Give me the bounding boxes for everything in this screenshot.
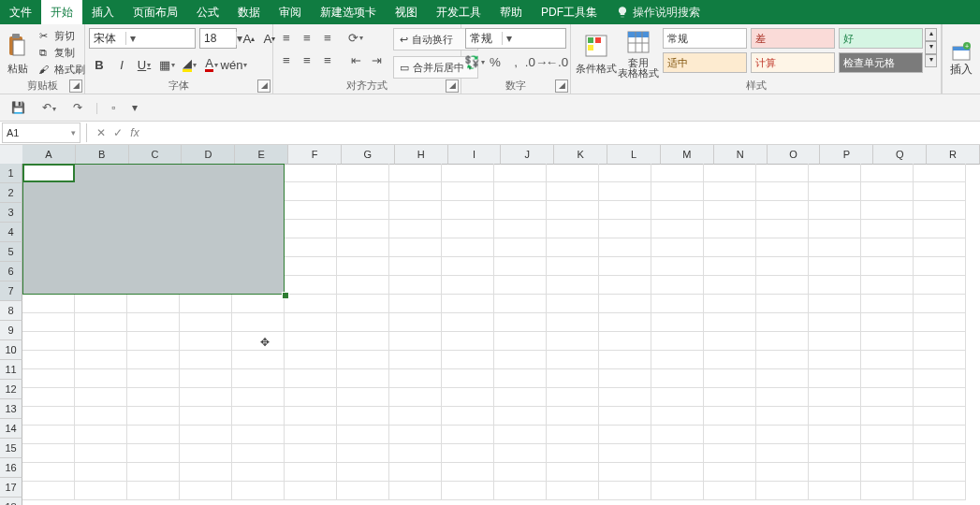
cell[interactable] [232,313,285,332]
cell[interactable] [809,313,861,332]
cell[interactable] [442,463,494,482]
cell[interactable] [756,276,809,295]
cell[interactable] [389,164,442,182]
cell[interactable] [180,444,232,463]
cell[interactable] [861,407,914,426]
cell[interactable] [547,351,599,369]
cell[interactable] [442,313,494,332]
cell[interactable] [547,482,599,500]
cell[interactable] [599,463,651,482]
cell[interactable] [547,257,599,276]
cell[interactable] [494,164,547,182]
cell[interactable] [756,313,809,332]
cell[interactable] [809,407,861,426]
cell[interactable] [389,426,442,444]
align-center-button[interactable]: ≡ [298,50,316,69]
conditional-format-button[interactable]: 条件格式 [575,28,617,79]
number-format-combo[interactable]: 常规 ▾ [465,28,566,49]
italic-button[interactable]: I [111,55,132,74]
cell[interactable] [232,407,285,426]
cell[interactable] [75,351,127,369]
cell[interactable] [704,276,756,295]
cell[interactable] [127,444,180,463]
cell[interactable] [599,332,651,351]
cell[interactable] [809,463,861,482]
cell[interactable] [442,182,494,201]
cell[interactable] [599,426,651,444]
cell[interactable] [861,351,914,369]
cell[interactable] [914,332,966,351]
align-middle-button[interactable]: ≡ [298,28,316,47]
cut-button[interactable]: ✂ 剪切 [36,28,85,43]
cell[interactable] [494,444,547,463]
cell[interactable] [75,482,127,500]
decrease-decimal-button[interactable]: ←.0 [548,52,566,71]
cell[interactable] [442,482,494,500]
cell[interactable] [494,276,547,295]
cell[interactable] [547,388,599,407]
cell[interactable] [442,332,494,351]
cell[interactable] [285,482,337,500]
cell[interactable] [547,426,599,444]
cell[interactable] [756,201,809,220]
row-header-7[interactable]: 7 [0,281,22,301]
cell[interactable] [442,407,494,426]
cell[interactable] [389,388,442,407]
cell[interactable] [127,463,180,482]
cell[interactable] [809,295,861,313]
cell[interactable] [756,182,809,201]
cell[interactable] [337,332,389,351]
cell[interactable] [75,313,127,332]
cell[interactable] [756,295,809,313]
cell[interactable] [547,201,599,220]
cell[interactable] [337,220,389,238]
cell[interactable] [756,388,809,407]
cell[interactable] [127,295,180,313]
row-header-4[interactable]: 4 [0,223,22,242]
cell[interactable] [285,276,337,295]
cell[interactable] [494,463,547,482]
cell[interactable] [914,444,966,463]
column-header-H[interactable]: H [395,145,448,165]
cell[interactable] [704,164,756,182]
style-normal[interactable]: 常规 [663,28,747,49]
cell[interactable] [389,182,442,201]
cell[interactable] [337,201,389,220]
align-top-button[interactable]: ≡ [277,28,296,47]
insert-function-button[interactable]: fx [126,126,143,139]
cell[interactable] [914,388,966,407]
cell[interactable] [442,295,494,313]
cell[interactable] [599,313,651,332]
tell-me-search[interactable]: 操作说明搜索 [616,5,700,21]
cell[interactable] [75,332,127,351]
cell[interactable] [756,407,809,426]
row-header-3[interactable]: 3 [0,203,22,223]
cell[interactable] [809,426,861,444]
row-header-10[interactable]: 10 [0,340,22,360]
alignment-dialog-launcher[interactable]: ◢ [446,79,459,93]
cell[interactable] [599,276,651,295]
cell[interactable] [494,220,547,238]
clipboard-dialog-launcher[interactable]: ◢ [69,79,82,93]
cell[interactable] [861,182,914,201]
redo-button[interactable]: ↷ [69,99,86,116]
cell[interactable] [285,295,337,313]
gallery-scroll-down[interactable]: ▾ [925,41,937,54]
copy-button[interactable]: ⧉ 复制 [36,45,85,60]
cell[interactable] [914,257,966,276]
cell[interactable] [861,295,914,313]
cell[interactable] [914,295,966,313]
column-header-C[interactable]: C [129,145,183,165]
row-header-2[interactable]: 2 [0,183,22,203]
cell[interactable] [22,407,75,426]
cell[interactable] [337,238,389,257]
paste-button[interactable]: 粘贴 [4,28,32,79]
cell[interactable] [494,407,547,426]
menu-developer[interactable]: 开发工具 [427,0,490,24]
format-painter-button[interactable]: 🖌 格式刷 [36,62,85,77]
column-header-I[interactable]: I [448,145,502,165]
cell[interactable] [180,351,232,369]
qat-extra-2[interactable]: ▾ [128,99,141,116]
cell[interactable] [232,482,285,500]
cell[interactable] [337,182,389,201]
